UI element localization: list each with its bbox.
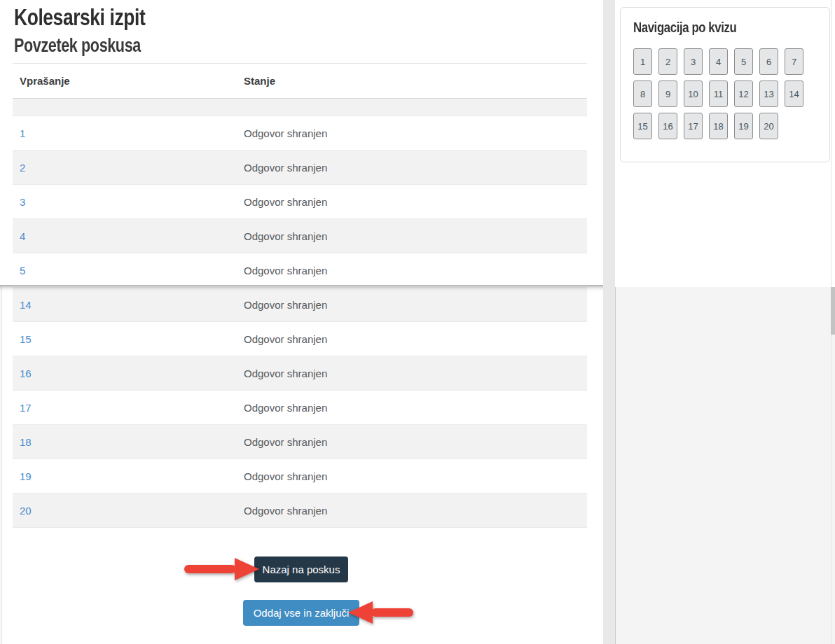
quiz-navigation-grid: 1234567891011121314151617181920	[633, 48, 810, 139]
quiz-nav-question-button[interactable]: 2	[658, 48, 677, 75]
quiz-navigation-panel: Navigacija po kvizu 12345678910111213141…	[620, 7, 830, 162]
quiz-nav-question-button[interactable]: 12	[734, 80, 753, 107]
content-sidebar-divider	[603, 0, 615, 644]
question-status: Odgovor shranjen	[244, 265, 327, 276]
attempt-summary-heading: Povzetek poskusa	[14, 35, 172, 57]
table-row: 1Odgovor shranjen	[13, 116, 587, 150]
question-status: Odgovor shranjen	[244, 505, 327, 517]
screenshot-stitch-seam	[0, 285, 603, 292]
question-status: Odgovor shranjen	[244, 470, 327, 482]
summary-table: Vprašanje Stanje 1Odgovor shranjen2Odgov…	[13, 63, 587, 528]
question-link[interactable]: 15	[13, 333, 244, 345]
scrollbar-thumb[interactable]	[831, 287, 835, 335]
question-status: Odgovor shranjen	[244, 368, 327, 379]
table-row: 20Odgovor shranjen	[13, 493, 587, 528]
table-row: 16Odgovor shranjen	[13, 356, 587, 391]
question-status: Odgovor shranjen	[244, 299, 327, 311]
quiz-nav-question-button[interactable]: 11	[709, 80, 728, 107]
column-header-status: Stanje	[244, 75, 275, 87]
quiz-nav-question-button[interactable]: 10	[684, 80, 703, 107]
question-status: Odgovor shranjen	[244, 333, 327, 345]
quiz-nav-question-button[interactable]: 7	[785, 48, 803, 75]
quiz-nav-question-button[interactable]: 6	[759, 48, 778, 75]
quiz-nav-question-button[interactable]: 14	[785, 80, 803, 107]
question-link[interactable]: 5	[13, 265, 244, 276]
question-link[interactable]: 1	[13, 127, 244, 139]
table-row: 3Odgovor shranjen	[13, 185, 587, 219]
quiz-nav-question-button[interactable]: 19	[734, 113, 753, 139]
lower-content-left-border	[0, 286, 2, 644]
page-title: Kolesarski izpit	[14, 4, 178, 31]
question-link[interactable]: 18	[13, 436, 244, 448]
table-row: 17Odgovor shranjen	[13, 391, 587, 425]
summary-rows: 1Odgovor shranjen2Odgovor shranjen3Odgov…	[13, 116, 587, 528]
quiz-nav-question-button[interactable]: 3	[684, 48, 703, 75]
question-link[interactable]: 19	[13, 470, 244, 482]
question-status: Odgovor shranjen	[244, 230, 327, 242]
table-row: 2Odgovor shranjen	[13, 150, 587, 185]
quiz-nav-question-button[interactable]: 13	[759, 80, 778, 107]
table-row: 18Odgovor shranjen	[13, 425, 587, 459]
quiz-summary-page: Kolesarski izpit Povzetek poskusa Vpraša…	[0, 0, 835, 644]
quiz-nav-question-button[interactable]: 8	[633, 80, 652, 107]
empty-spacer-row	[13, 99, 587, 116]
table-row: 14Odgovor shranjen	[13, 288, 587, 322]
question-link[interactable]: 3	[13, 196, 244, 208]
question-link[interactable]: 14	[13, 299, 244, 311]
quiz-nav-question-button[interactable]: 20	[759, 113, 778, 139]
table-row: 19Odgovor shranjen	[13, 459, 587, 493]
summary-table-header: Vprašanje Stanje	[13, 64, 587, 99]
main-content: Kolesarski izpit Povzetek poskusa Vpraša…	[0, 0, 603, 644]
quiz-nav-question-button[interactable]: 16	[658, 113, 677, 139]
quiz-nav-question-button[interactable]: 9	[658, 80, 677, 107]
quiz-nav-question-button[interactable]: 17	[684, 113, 703, 139]
lower-right-background	[615, 287, 835, 644]
question-status: Odgovor shranjen	[244, 162, 327, 174]
table-row: 5Odgovor shranjen	[13, 253, 587, 288]
question-status: Odgovor shranjen	[244, 402, 327, 414]
red-arrow-left-icon	[347, 601, 415, 624]
question-link[interactable]: 20	[13, 505, 244, 517]
question-status: Odgovor shranjen	[244, 196, 327, 208]
quiz-nav-question-button[interactable]: 5	[734, 48, 753, 75]
question-link[interactable]: 4	[13, 230, 244, 242]
table-row: 15Odgovor shranjen	[13, 322, 587, 356]
quiz-navigation-heading: Navigacija po kvizu	[633, 19, 762, 36]
table-row: 4Odgovor shranjen	[13, 219, 587, 253]
red-arrow-right-icon	[183, 557, 260, 581]
question-link[interactable]: 17	[13, 402, 244, 414]
submit-all-finish-button[interactable]: Oddaj vse in zaključi	[243, 600, 359, 626]
question-link[interactable]: 16	[13, 368, 244, 379]
quiz-nav-question-button[interactable]: 18	[709, 113, 728, 139]
column-header-question: Vprašanje	[13, 75, 244, 87]
quiz-nav-question-button[interactable]: 1	[633, 48, 652, 75]
question-link[interactable]: 2	[13, 162, 244, 174]
back-to-attempt-button[interactable]: Nazaj na poskus	[254, 556, 348, 582]
question-status: Odgovor shranjen	[244, 127, 327, 139]
quiz-nav-question-button[interactable]: 4	[709, 48, 728, 75]
quiz-nav-question-button[interactable]: 15	[633, 113, 652, 139]
question-status: Odgovor shranjen	[244, 436, 327, 448]
